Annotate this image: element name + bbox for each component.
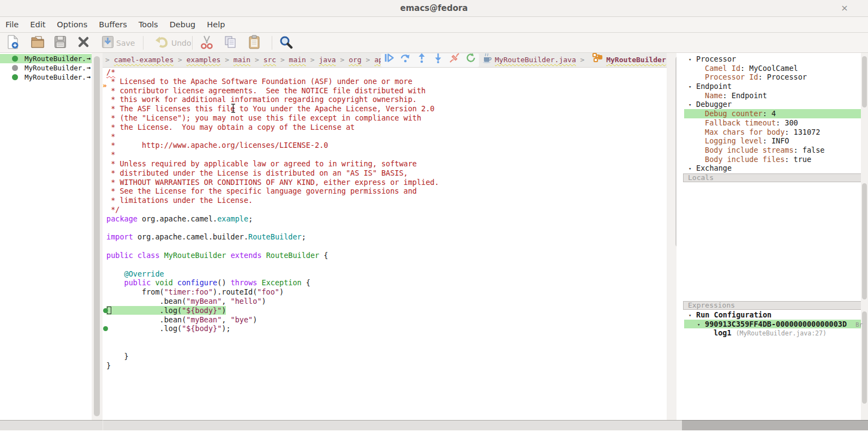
expression-tree-row[interactable]: log1 (MyRouteBuilder.java:27) [677,328,868,338]
session-tree-row[interactable]: ▾Exchange [677,164,868,173]
sidebar-scrollbar[interactable] [92,53,103,420]
tree-label: Exchange [696,164,732,172]
panel-scrollbar-thumb-sessions[interactable] [862,56,867,107]
search-button[interactable] [279,35,293,51]
search-icon [279,35,293,51]
session-tree-row[interactable]: Camel Id: MyCoolCamel [677,64,868,73]
code-line: package org.apache.camel.example; [103,214,667,224]
step-out-button[interactable] [416,55,428,67]
breakpoint-dot-icon [12,56,18,62]
menu-buffers[interactable]: Buffers [99,20,127,29]
breadcrumb-separator: > [336,56,349,64]
tree-label: Debugger [696,100,732,109]
session-tree-row[interactable]: Max chars for body: 131072 [677,128,868,137]
locals-pane[interactable] [677,182,868,301]
breakpoint-list-item[interactable]: MyRouteBuilder.→ [0,73,92,82]
menu-debug[interactable]: Debug [170,20,196,29]
code-line: * See the License for the specific langu… [103,187,667,196]
session-tree-row[interactable]: ▾Processor [677,55,868,64]
titlebar[interactable]: emacs@fedora × [0,0,868,17]
breadcrumb-segment[interactable]: camel-examples [114,56,174,64]
breadcrumb-segment[interactable]: java [319,56,336,64]
session-tree-row[interactable]: ▾Debugger [677,100,868,109]
breadcrumb-segment[interactable]: org [349,56,361,64]
session-tree-row[interactable]: ▾Endpoint [677,82,868,91]
disconnect-button[interactable] [448,55,460,67]
truncation-arrow-icon: → [87,63,91,73]
save-icon [101,35,114,51]
breakpoint-item-label: MyRouteBuilder. [25,73,86,82]
truncation-arrow-icon: → [87,54,91,63]
copy-button[interactable] [224,35,237,51]
breadcrumb-segment[interactable]: main [234,56,250,64]
step-in-button[interactable] [432,55,444,67]
menu-edit[interactable]: Edit [30,20,45,29]
panel-scrollbar-thumb-expressions[interactable] [862,311,867,404]
expression-tree-row[interactable]: ▾990913C359FF4DB-000000000000003D Br→ [677,320,868,329]
breadcrumb-separator: > [220,56,233,64]
panel-scrollbar-thumb-locals[interactable] [862,183,867,299]
expression-tree-row[interactable]: ▾Run Configuration [677,310,868,320]
session-tree-row[interactable]: Body include streams: false [677,146,868,155]
text-cursor-icon [230,104,236,115]
collapse-triangle-icon[interactable]: ▾ [689,82,691,92]
session-tree-row[interactable]: Debug counter: 4 [677,109,868,118]
breakpoint-list-item[interactable]: MyRouteBuilder.→ [0,54,92,63]
editor[interactable]: > camel-examples > examples > main > src… [103,53,667,420]
menu-help[interactable]: Help [207,20,225,29]
close-icon[interactable]: × [840,4,849,14]
breadcrumb-segment[interactable]: examples [187,56,221,64]
panel-scrollbar[interactable] [861,53,868,420]
step-over-button[interactable] [399,55,411,67]
session-tree-row[interactable]: Logging level: INFO [677,136,868,146]
cut-button[interactable] [201,35,213,51]
breadcrumb-separator: > [105,56,114,64]
tree-value: : 131072 [785,128,820,136]
breadcrumb-segment[interactable]: src [264,56,276,64]
breakpoint-dot-icon[interactable] [103,308,108,313]
cut-icon [201,35,213,51]
open-file-button[interactable] [31,35,45,51]
menu-tools[interactable]: Tools [139,20,158,29]
save-file-button[interactable] [54,35,67,51]
menu-file[interactable]: File [5,20,19,29]
collapse-triangle-icon[interactable]: ▾ [689,164,691,173]
tree-key: Processor Id [705,73,758,81]
restart-button[interactable] [465,55,477,67]
close-buffer-icon [77,36,89,50]
code-line: @Override [103,269,667,279]
paste-button[interactable] [248,35,260,51]
collapse-triangle-icon[interactable]: ▾ [689,311,691,320]
session-tree-row[interactable]: Name: Endpoint [677,91,868,100]
code-area[interactable]: » /* * Licensed to the Apache Software F… [103,68,667,420]
code-line: * the License. You may obtain a copy of … [103,123,667,132]
current-debug-line-highlight: .log("${body}") [106,306,226,315]
tree-value: : 4 [763,109,776,118]
tree-key: Logging level [705,136,763,145]
new-file-button[interactable] [7,35,19,51]
code-line: * Licensed to the Apache Software Founda… [103,77,667,86]
breadcrumb-file-block: MyRouteBuilder.java > MyRouteBuilder > [479,53,674,67]
echo-area[interactable] [0,430,868,444]
continue-button[interactable] [383,55,395,67]
code-line [103,242,667,251]
menu-options[interactable]: Options [57,20,87,29]
tree-label: Run Configuration [696,310,771,319]
code-line: } [103,352,667,361]
collapse-triangle-icon[interactable]: ▾ [689,100,691,110]
frame-location: (MyRouteBuilder.java:27) [736,329,827,337]
collapse-triangle-icon[interactable]: ▾ [697,320,700,329]
class-icon [592,52,603,68]
sidebar-scrollbar-thumb[interactable] [94,56,100,416]
breadcrumb-symbol[interactable]: MyRouteBuilder [606,53,666,67]
session-tree-row[interactable]: Body include files: true [677,155,868,164]
code-line: .log("${body}"); [103,324,667,333]
paste-icon [248,35,260,51]
close-buffer-button[interactable] [77,35,89,51]
breadcrumb-segment[interactable]: main [289,56,306,64]
breadcrumb-file[interactable]: MyRouteBuilder.java [495,53,576,67]
collapse-triangle-icon[interactable]: ▾ [689,55,691,64]
session-tree-row[interactable]: Fallback timeout: 300 [677,118,868,128]
breakpoint-list-item[interactable]: MyRouteBuilder.→ [0,63,92,73]
session-tree-row[interactable]: Processor Id: Processor [677,73,868,82]
